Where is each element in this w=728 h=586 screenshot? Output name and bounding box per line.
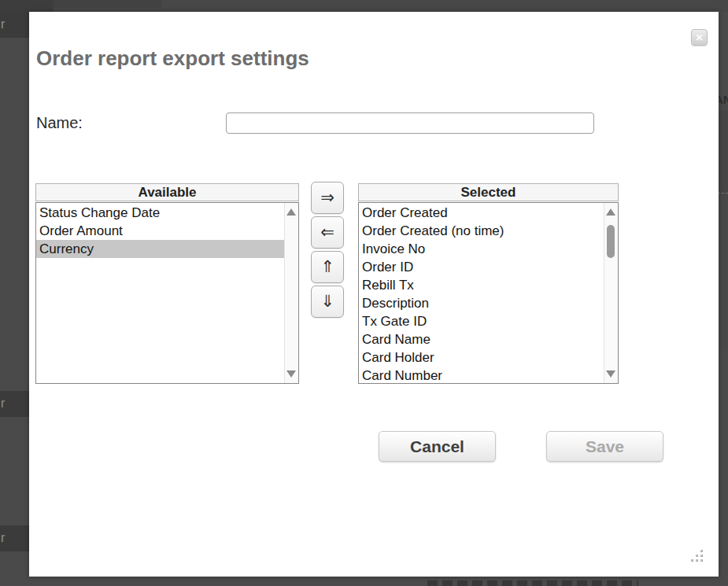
list-item[interactable]: Invoice No — [359, 240, 604, 258]
move-left-button[interactable]: ⇐ — [311, 216, 344, 249]
available-scrollbar[interactable] — [284, 203, 298, 383]
list-item[interactable]: Currency — [36, 240, 285, 258]
available-listbox[interactable]: Status Change DateOrder AmountCurrency — [35, 202, 299, 384]
background-top-segment — [54, 0, 161, 8]
list-item[interactable]: Card Holder — [359, 348, 604, 367]
move-up-button[interactable]: ⇑ — [311, 251, 344, 283]
background-top-bar — [0, 0, 728, 12]
resize-grip-icon[interactable] — [690, 548, 705, 563]
dialog-title: Order report export settings — [36, 46, 309, 71]
list-item[interactable]: Description — [359, 294, 604, 312]
screen: rrr ANAN ✕ Order report export settings … — [0, 0, 728, 586]
name-input[interactable] — [226, 112, 594, 134]
background-band — [719, 110, 728, 193]
list-item[interactable]: Order Created — [359, 204, 604, 222]
list-item[interactable]: Rebill Tx — [359, 276, 604, 294]
list-item[interactable]: Status Change Date — [36, 204, 285, 222]
close-icon[interactable]: ✕ — [691, 29, 708, 46]
name-label: Name: — [36, 114, 83, 132]
background-text-fragment — [427, 580, 638, 586]
move-right-button[interactable]: ⇒ — [311, 182, 344, 214]
list-item[interactable]: Order ID — [359, 258, 604, 276]
scroll-down-icon[interactable] — [286, 370, 296, 378]
save-button[interactable]: Save — [546, 431, 663, 462]
background-band — [719, 193, 728, 351]
scroll-up-icon[interactable] — [606, 208, 615, 216]
selected-listbox[interactable]: Order CreatedOrder Created (no time)Invo… — [358, 202, 619, 384]
list-item[interactable]: Card Name — [359, 330, 604, 348]
background-top-segment — [0, 0, 54, 12]
scroll-down-icon[interactable] — [606, 370, 615, 378]
available-list-header: Available — [35, 183, 299, 201]
transfer-buttons: ⇒⇐⇑⇓ — [311, 182, 344, 320]
selected-scrollbar[interactable] — [604, 203, 618, 383]
move-down-button[interactable]: ⇓ — [311, 286, 344, 318]
cancel-button[interactable]: Cancel — [379, 431, 496, 462]
list-item[interactable]: Order Created (no time) — [359, 222, 604, 240]
selected-list-header: Selected — [358, 183, 619, 201]
list-item[interactable]: Card Number — [359, 367, 604, 384]
background-dashed-line — [718, 193, 728, 193]
list-item[interactable]: Order Amount — [36, 222, 285, 240]
scroll-up-icon[interactable] — [286, 208, 296, 216]
background-text-fragment: r — [0, 391, 30, 417]
list-item[interactable]: Tx Gate ID — [359, 312, 604, 330]
scrollbar-thumb[interactable] — [607, 225, 615, 258]
background-text-fragment: r — [0, 12, 30, 38]
export-settings-dialog: ✕ Order report export settings Name: Ava… — [29, 12, 719, 577]
background-text-fragment: r — [0, 525, 30, 551]
